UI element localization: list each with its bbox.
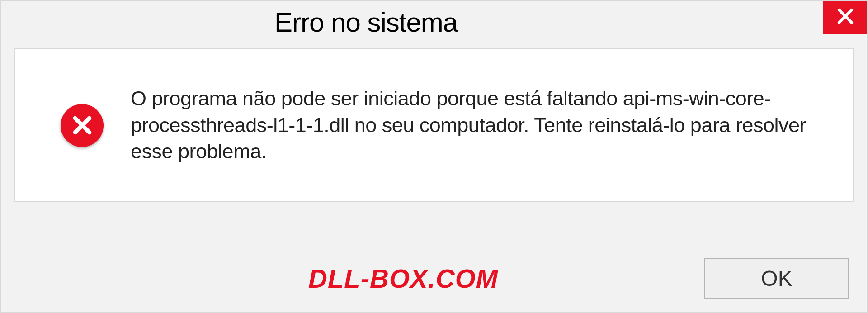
ok-button-label: OK xyxy=(761,266,792,291)
close-button[interactable] xyxy=(823,0,868,34)
ok-button[interactable]: OK xyxy=(704,258,849,299)
error-message: O programa não pode ser iniciado porque … xyxy=(131,85,816,165)
titlebar: Erro no sistema xyxy=(1,1,867,44)
window-title: Erro no sistema xyxy=(274,7,458,38)
error-icon xyxy=(61,104,104,147)
dialog-content: O programa não pode ser iniciado porque … xyxy=(14,48,854,202)
close-icon xyxy=(836,7,855,28)
dialog-footer: DLL-BOX.COM OK xyxy=(1,258,867,299)
watermark-text: DLL-BOX.COM xyxy=(308,263,498,294)
